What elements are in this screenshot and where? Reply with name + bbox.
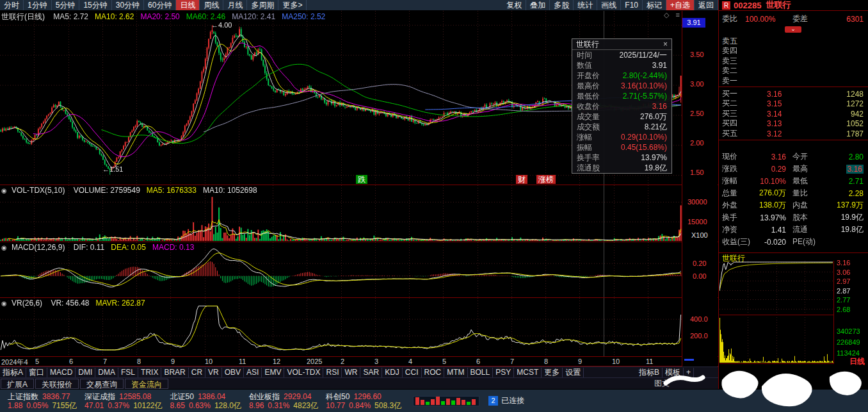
period-tab-3[interactable]: 15分钟 [79, 0, 111, 10]
r-badge: R [722, 1, 730, 10]
indicator-tab-25[interactable]: 设置 [563, 368, 584, 377]
menu-action-6[interactable]: 标记 [643, 0, 666, 10]
indicator-tab-8[interactable]: CR [189, 368, 205, 377]
peak-annotation: ←4.00 [211, 21, 232, 29]
period-tab-1[interactable]: 1分钟 [24, 0, 52, 10]
indicator-tab-6[interactable]: TRIX [138, 368, 161, 377]
indicator-tab-21[interactable]: BOLL [468, 368, 494, 377]
indicator-tab-22[interactable]: PSY [493, 368, 514, 377]
lower-tab-0[interactable]: 扩展A [1, 379, 34, 389]
price-tick-1: 3.00 [690, 80, 703, 88]
indicator-tab-4[interactable]: DMA [95, 368, 118, 377]
popup-close-button[interactable]: × [663, 39, 668, 49]
period-tab-8[interactable]: 月线 [223, 0, 247, 10]
mini-vol-label-1: 226849 [837, 338, 860, 346]
tag-cai[interactable]: 财 [516, 175, 527, 184]
menu-icon[interactable]: ≡ [676, 11, 680, 19]
indicator-tab-9[interactable]: VR [205, 368, 222, 377]
indicator-tab-5[interactable]: FSL [118, 368, 138, 377]
menu-action-3[interactable]: 统计 [574, 0, 597, 10]
market-breadth-widget[interactable] [413, 396, 479, 406]
period-tab-6[interactable]: 日线 [176, 0, 200, 10]
lower-tab-1[interactable]: 关联报价 [35, 379, 79, 389]
index-quotes: 上证指数3836.771.880.05%7155亿深证成指12585.0847.… [0, 392, 401, 410]
breadth-bar-0 [415, 397, 419, 405]
indicator-tab-19[interactable]: ROC [422, 368, 445, 377]
lower-tab-2[interactable]: 交易查询 [80, 379, 124, 389]
period-tab-10[interactable]: 更多> [278, 0, 307, 10]
menu-action-0[interactable]: 复权 [502, 0, 526, 10]
indicator-tab-7[interactable]: BRAR [161, 368, 188, 377]
menu-action-2[interactable]: 多股 [550, 0, 574, 10]
info-value: 19.9亿 [841, 213, 864, 222]
info-label: 最低 [792, 176, 822, 186]
period-tab-9[interactable]: 多周期 [247, 0, 278, 10]
period-tab-5[interactable]: 60分钟 [144, 0, 176, 10]
status-index-3[interactable]: 创业板指2929.048.960.31%4823亿 [249, 392, 318, 410]
popup-row-label: 最低价 [577, 91, 600, 101]
status-index-0[interactable]: 上证指数3836.771.880.05%7155亿 [8, 392, 77, 410]
period-tab-0[interactable]: 分时 [0, 0, 24, 10]
bid-label: 买五 [722, 128, 745, 139]
indicator-tab-12[interactable]: EMV [262, 368, 284, 377]
indicator-settings-icon[interactable]: ◉ [1, 187, 7, 194]
date-label-18: 10 [612, 358, 620, 365]
menu-action-1[interactable]: 叠加 [526, 0, 550, 10]
status-index-name: 创业板指 [249, 392, 280, 401]
indicator-tab-10[interactable]: OBV [222, 368, 244, 377]
period-tab-2[interactable]: 5分钟 [52, 0, 80, 10]
menu-action-4[interactable]: 画线 [597, 0, 621, 10]
indicator-tab-11[interactable]: ASI [244, 368, 262, 377]
indicator-tab-3[interactable]: DMI [76, 368, 95, 377]
date-label-5: 9 [171, 358, 175, 365]
ma-label-4: MA120: 2.41 [232, 12, 275, 21]
status-index-pct: 0.84% [349, 401, 371, 410]
indicator-settings-icon[interactable]: ◉ [1, 300, 7, 307]
period-tab-4[interactable]: 30分钟 [112, 0, 144, 10]
indicator-tab-23[interactable]: MCST [514, 368, 542, 377]
status-index-4[interactable]: 科创501296.6010.770.84%508.3亿 [326, 392, 401, 410]
status-index-pct: 0.37% [108, 401, 129, 410]
tag-rank[interactable]: 涨榜 [536, 175, 556, 184]
info-value: 137.9万 [837, 201, 864, 210]
indicator-tab-2[interactable]: MACD [47, 368, 76, 377]
indicator-tab-17[interactable]: KDJ [382, 368, 403, 377]
indicator-tab-18[interactable]: CCI [403, 368, 422, 377]
indicator-tab-16[interactable]: SAR [360, 368, 382, 377]
info-value: 2.80 [849, 152, 864, 161]
lower-tab-3[interactable]: 资金流向 [125, 379, 168, 389]
indicator-tab-13[interactable]: VOL-TDX [284, 368, 323, 377]
status-index-2[interactable]: 北证501386.048.650.63%128.0亿 [170, 392, 241, 410]
diamond-icon[interactable]: ◇ [664, 11, 669, 19]
date-label-8: 12 [273, 358, 280, 365]
status-index-1[interactable]: 深证成指12585.0847.010.37%10122亿 [84, 392, 162, 410]
date-label-1: 5 [35, 358, 39, 365]
menu-action-8[interactable]: 返回 [695, 0, 718, 10]
intraday-mini-canvas[interactable] [719, 261, 833, 364]
indicator-tab-1[interactable]: 窗口 [26, 368, 47, 377]
popup-row-value: 3.16 [652, 101, 667, 111]
ask-label: 卖四 [722, 45, 745, 56]
indicator-tab-20[interactable]: MTM [444, 368, 467, 377]
volume-panel-header: ◉ VOL-TDX(5,10) VOLUME: 2759549MA5: 1676… [1, 186, 257, 195]
price-tick-3: 2.00 [690, 139, 703, 147]
top-menu-bar: 分时1分钟5分钟15分钟30分钟60分钟日线周线月线多周期更多> 复权叠加多股统… [0, 0, 718, 10]
period-tab-7[interactable]: 周线 [200, 0, 223, 10]
menu-action-5[interactable]: F10 [621, 0, 643, 10]
indicator-settings-icon[interactable]: ◉ [1, 244, 7, 251]
indicator-tab-0[interactable]: 指标A [0, 368, 26, 377]
indicator-tab-14[interactable]: RSI [323, 368, 342, 377]
menu-action-7[interactable]: +自选 [666, 0, 695, 10]
status-index-change: 47.01 [84, 401, 104, 410]
info-row-0: 现价3.16今开2.80 [722, 151, 864, 162]
expand-orderbook-button[interactable]: ⌄ [785, 26, 801, 33]
popup-row-value: 0.45(15.68%) [621, 142, 667, 152]
popup-row: 振幅0.45(15.68%) [572, 142, 671, 152]
indicator-tab-24[interactable]: 更多 [542, 368, 563, 377]
indicator-tab-15[interactable]: WR [342, 368, 360, 377]
tag-down[interactable]: 跌 [356, 175, 367, 184]
ask-label: 卖二 [722, 65, 745, 76]
breadth-bar-11 [472, 399, 476, 405]
breadth-bar-6 [446, 399, 450, 405]
vol-panel-name: VOL-TDX(5,10) [12, 186, 65, 195]
